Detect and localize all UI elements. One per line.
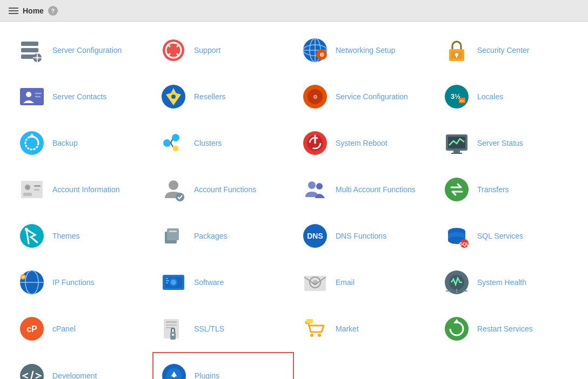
account-information-label: Account Information (52, 185, 120, 194)
svg-point-100 (172, 334, 174, 336)
grid-item-backup[interactable]: Backup (11, 120, 152, 166)
grid-item-server-configuration[interactable]: Server Configuration (11, 27, 152, 73)
plugins-icon (160, 362, 188, 379)
grid-item-email[interactable]: @ Email (294, 259, 436, 306)
main-content: Server Configuration Support ⚙ Networkin… (0, 22, 588, 379)
grid-item-clusters[interactable]: Clusters (152, 120, 294, 166)
sql-services-label: SQL Services (477, 232, 523, 240)
svg-rect-23 (456, 56, 457, 58)
grid-item-ssl-tls[interactable]: SSL/TLS (152, 306, 294, 352)
packages-icon (159, 222, 188, 250)
svg-text:cP: cP (26, 324, 37, 334)
grid-item-system-reboot[interactable]: System Reboot (294, 120, 436, 166)
grid-item-account-functions[interactable]: Account Functions (152, 166, 294, 213)
grid-item-software[interactable]: Software (152, 259, 294, 306)
grid-item-development[interactable]: Development (11, 352, 152, 379)
ip-functions-icon: IP (18, 268, 46, 296)
themes-icon (18, 222, 46, 250)
clusters-icon (159, 129, 188, 157)
svg-rect-55 (34, 185, 41, 187)
svg-point-58 (176, 193, 184, 201)
ssl-tls-label: SSL/TLS (194, 324, 224, 333)
account-functions-label: Account Functions (194, 185, 256, 194)
grid-item-restart-services[interactable]: Restart Services (436, 306, 577, 352)
server-configuration-label: Server Configuration (52, 46, 122, 55)
grid-item-resellers[interactable]: Resellers (152, 73, 294, 120)
backup-icon (18, 129, 46, 157)
svg-point-103 (318, 334, 321, 337)
svg-point-39 (163, 139, 171, 147)
security-center-label: Security Center (477, 46, 529, 55)
themes-label: Themes (52, 232, 80, 240)
grid-item-themes[interactable]: Themes (11, 213, 152, 259)
system-reboot-label: System Reboot (336, 139, 387, 147)
ssl-tls-icon (159, 315, 188, 343)
home-link[interactable]: Home (23, 6, 44, 15)
grid-item-ip-functions[interactable]: IP IP Functions (11, 259, 152, 306)
svg-text:SQL: SQL (459, 241, 470, 247)
grid-item-server-status[interactable]: Server Status (436, 120, 577, 166)
grid-item-market[interactable]: Market (294, 306, 436, 352)
grid-item-cpanel[interactable]: cP cPanel (11, 306, 152, 352)
svg-point-57 (169, 180, 178, 190)
grid-item-system-health[interactable]: System Health (436, 259, 577, 306)
server-contacts-label: Server Contacts (52, 92, 106, 101)
grid-item-transfers[interactable]: Transfers (436, 166, 577, 213)
sql-services-icon: SQL (443, 222, 471, 250)
service-configuration-icon: ⚙ (301, 83, 329, 111)
grid-item-packages[interactable]: Packages (152, 213, 294, 259)
ip-functions-label: IP Functions (52, 278, 95, 287)
svg-point-102 (310, 334, 313, 337)
grid-item-sql-services[interactable]: SQL SQL Services (436, 213, 577, 259)
svg-rect-1 (21, 48, 38, 52)
cpanel-icon: cP (18, 315, 46, 343)
svg-point-110 (172, 374, 176, 377)
grid-item-security-center[interactable]: Security Center (436, 27, 577, 73)
grid-item-locales[interactable]: 3½ en Locales (436, 73, 577, 120)
market-icon (301, 315, 329, 343)
server-status-label: Server Status (477, 139, 523, 147)
grid-item-account-information[interactable]: Account Information (11, 166, 152, 213)
svg-text:⚙: ⚙ (313, 94, 318, 100)
market-label: Market (336, 324, 359, 333)
topbar: Home ? (0, 0, 588, 22)
svg-point-84 (171, 280, 176, 285)
svg-text:⚙: ⚙ (319, 52, 324, 58)
server-configuration-icon (18, 36, 46, 64)
account-functions-icon (159, 175, 188, 204)
svg-line-42 (171, 139, 172, 143)
grid-item-networking-setup[interactable]: ⚙ Networking Setup (294, 27, 436, 73)
system-health-icon (443, 268, 471, 296)
grid-item-service-configuration[interactable]: ⚙ Service Configuration (294, 73, 436, 120)
restart-services-icon (443, 315, 471, 343)
svg-point-53 (25, 185, 30, 190)
svg-rect-86 (166, 280, 169, 281)
grid-item-support[interactable]: Support (152, 27, 294, 73)
svg-rect-50 (453, 151, 460, 153)
svg-point-61 (445, 178, 469, 201)
backup-label: Backup (52, 139, 78, 147)
development-icon (18, 362, 46, 379)
svg-point-60 (316, 183, 323, 190)
dns-functions-label: DNS Functions (336, 232, 386, 240)
networking-setup-label: Networking Setup (336, 46, 396, 55)
help-button[interactable]: ? (48, 6, 58, 16)
email-label: Email (336, 278, 355, 287)
svg-text:@: @ (312, 280, 317, 285)
svg-text:DNS: DNS (307, 232, 323, 240)
svg-rect-87 (166, 282, 168, 283)
account-information-icon (18, 175, 46, 204)
security-center-icon (443, 36, 471, 64)
grid-item-server-contacts[interactable]: Server Contacts (11, 73, 152, 120)
resellers-label: Resellers (194, 92, 225, 101)
cpanel-label: cPanel (52, 324, 76, 333)
items-grid: Server Configuration Support ⚙ Networkin… (11, 27, 577, 379)
grid-item-multi-account-functions[interactable]: Multi Account Functions (294, 166, 436, 213)
resellers-icon (159, 83, 188, 111)
grid-item-plugins[interactable]: Plugins (152, 352, 294, 379)
menu-icon[interactable] (9, 8, 18, 14)
email-icon: @ (301, 268, 329, 296)
svg-point-41 (173, 146, 178, 151)
grid-item-dns-functions[interactable]: DNS DNS Functions (294, 213, 436, 259)
svg-point-63 (25, 228, 28, 231)
